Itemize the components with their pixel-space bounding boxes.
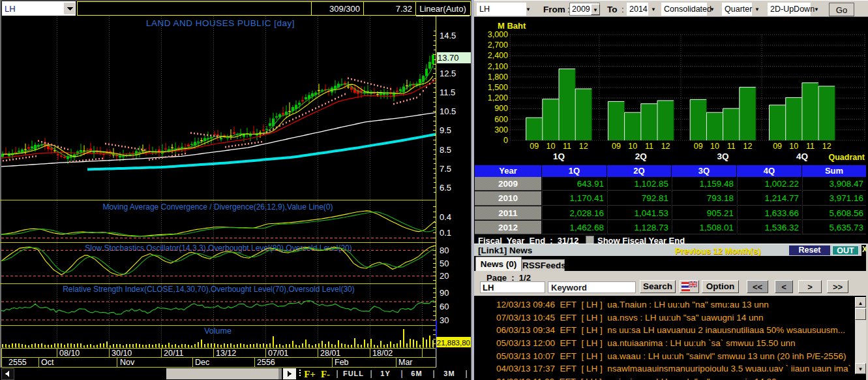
svg-text:20: 20 [440,271,449,281]
svg-text:10: 10 [710,142,719,151]
svg-text:11: 11 [563,142,571,151]
svg-text:28/01: 28/01 [320,349,340,358]
svg-text:10.5: 10.5 [440,106,456,116]
svg-text:2,100: 2,100 [488,62,508,71]
svg-text:09: 09 [530,142,539,151]
svg-text:13.70: 13.70 [438,53,459,63]
svg-text:11: 11 [727,142,736,151]
svg-text:Feb: Feb [335,358,349,367]
svg-text:12: 12 [661,142,670,151]
svg-text:F+: F+ [304,369,316,379]
svg-text:21,883,80: 21,883,80 [437,339,470,347]
svg-text:|: | [432,369,434,378]
svg-text:Linear(Auto): Linear(Auto) [419,4,466,14]
svg-text:LAND AND HOUSES PUBLIC [day]: LAND AND HOUSES PUBLIC [day] [146,18,295,28]
svg-text:Moving Average Convergence / D: Moving Average Convergence / Divergence(… [102,202,333,212]
svg-text:0: 0 [503,136,508,145]
svg-text:14.5: 14.5 [440,31,456,40]
svg-text:09: 09 [694,142,703,151]
svg-text:7.32: 7.32 [396,4,412,14]
svg-text:80: 80 [440,245,449,255]
svg-text:2,400: 2,400 [488,51,508,60]
svg-text:10: 10 [628,142,637,151]
svg-text:0.4: 0.4 [440,212,451,222]
svg-text:20/11: 20/11 [164,349,183,358]
svg-text:30/10: 30/10 [112,349,132,358]
svg-text:12: 12 [579,142,588,151]
svg-text:1,200: 1,200 [488,93,508,103]
svg-text:Relative Strength Index(CLOSE,: Relative Strength Index(CLOSE,14,30,70),… [63,285,355,294]
svg-text:09: 09 [773,142,782,151]
svg-text:3,000: 3,000 [488,30,508,39]
svg-text:90: 90 [440,288,449,298]
svg-text:11: 11 [806,142,815,151]
svg-text:300: 300 [494,125,508,135]
svg-text:8.5: 8.5 [440,145,451,155]
svg-text:08/10: 08/10 [59,349,80,358]
svg-text:Nov: Nov [120,358,135,367]
svg-text:10: 10 [546,142,555,151]
svg-text:3Q: 3Q [717,151,729,161]
svg-text:Volume: Volume [204,326,232,336]
svg-text:1Q: 1Q [553,151,565,161]
svg-text:18/02: 18/02 [372,349,393,358]
svg-text:0.1: 0.1 [440,228,451,238]
svg-text:309/300: 309/300 [329,4,360,14]
svg-text:F-: F- [321,369,330,379]
svg-text:|: | [336,369,338,378]
svg-text:12: 12 [822,142,831,151]
svg-text:Dec: Dec [195,358,209,367]
svg-text:Oct: Oct [41,358,54,367]
svg-text:2555: 2555 [8,358,27,367]
svg-text:60: 60 [440,302,449,311]
svg-text:600: 600 [494,115,508,124]
svg-text:3M: 3M [443,370,455,377]
svg-text:9.5: 9.5 [440,125,451,135]
svg-text:4Q: 4Q [796,151,808,161]
svg-text:11.5: 11.5 [440,87,455,97]
svg-text:2Q: 2Q [635,151,647,161]
svg-text:6.5: 6.5 [440,183,451,193]
svg-text:30: 30 [440,315,449,325]
svg-text:10: 10 [789,142,798,151]
svg-text:1,800: 1,800 [488,72,508,82]
svg-text:M Baht: M Baht [498,21,526,31]
svg-text:LH: LH [5,4,16,14]
svg-text:13/12: 13/12 [216,349,236,358]
svg-text:12.5: 12.5 [440,69,456,78]
svg-text:1,500: 1,500 [488,83,508,92]
svg-text:Quadrant: Quadrant [828,153,865,162]
svg-text:1Y: 1Y [380,370,390,377]
svg-text:|: | [465,369,467,378]
svg-text:6M: 6M [411,370,422,377]
svg-text:7.5: 7.5 [440,164,451,174]
svg-text:FULL: FULL [343,370,364,377]
svg-text:12: 12 [743,142,752,151]
svg-text:50: 50 [440,259,449,268]
svg-text:|: | [400,369,402,378]
svg-text:|: | [370,369,372,378]
svg-text:11: 11 [645,142,653,151]
svg-text:09: 09 [612,142,621,151]
svg-text:Mar: Mar [398,358,413,367]
svg-text:2556: 2556 [257,358,275,367]
svg-text:2,700: 2,700 [488,40,508,50]
svg-text:07/01: 07/01 [268,349,288,358]
svg-text:900: 900 [494,104,508,113]
